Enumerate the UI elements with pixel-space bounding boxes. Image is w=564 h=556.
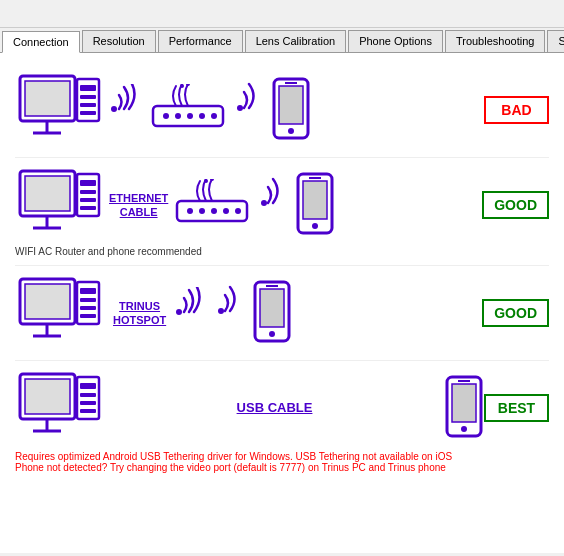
wifi-signal-right-icon — [213, 279, 248, 347]
svg-point-43 — [312, 223, 318, 229]
svg-rect-46 — [25, 284, 70, 319]
tab-performance[interactable]: Performance — [158, 30, 243, 52]
router-icon — [148, 84, 228, 137]
svg-point-34 — [199, 208, 205, 214]
row-main: ETHERNET CABLE GOOD — [15, 166, 549, 244]
phone-icon — [271, 76, 311, 144]
connection-label: ETHERNET CABLE — [109, 191, 168, 220]
svg-rect-61 — [25, 379, 70, 414]
row-hotspot-good: TRINUS HOTSPOT GOOD — [15, 266, 549, 361]
diagram-wifi — [15, 71, 484, 149]
diagram-usb: USB CABLE — [15, 369, 484, 447]
svg-rect-52 — [80, 306, 96, 310]
diagram-ethernet: ETHERNET CABLE — [15, 166, 482, 244]
tab-phone-options[interactable]: Phone Options — [348, 30, 443, 52]
computer-icon — [15, 71, 105, 149]
row-main: BAD — [15, 71, 549, 149]
status-badge: BAD — [484, 96, 549, 124]
svg-rect-7 — [80, 103, 96, 107]
svg-point-35 — [211, 208, 217, 214]
svg-rect-31 — [80, 206, 96, 210]
svg-point-54 — [176, 309, 182, 315]
svg-rect-70 — [452, 384, 476, 422]
svg-rect-24 — [25, 176, 70, 211]
svg-point-40 — [261, 200, 267, 206]
tab-bar: ConnectionResolutionPerformanceLens Cali… — [0, 28, 564, 53]
svg-point-9 — [111, 106, 117, 112]
svg-point-14 — [199, 113, 205, 119]
svg-point-13 — [187, 113, 193, 119]
svg-point-12 — [175, 113, 181, 119]
svg-point-71 — [461, 426, 467, 432]
diagram-hotspot: TRINUS HOTSPOT — [15, 274, 482, 352]
svg-point-15 — [211, 113, 217, 119]
note-text: WIFI AC Router and phone recommended — [15, 246, 549, 257]
tab-troubleshooting[interactable]: Troubleshooting — [445, 30, 545, 52]
content-area: BAD ETHERNET CABLE — [0, 53, 564, 553]
svg-point-38 — [204, 179, 208, 183]
tab-lens-calibration[interactable]: Lens Calibration — [245, 30, 347, 52]
computer-icon — [15, 369, 105, 447]
phone-icon — [252, 279, 292, 347]
wifi-signal-icon — [174, 287, 209, 340]
computer-icon — [15, 166, 105, 244]
connection-label: TRINUS HOTSPOT — [113, 299, 166, 328]
svg-point-55 — [218, 308, 224, 314]
svg-point-33 — [187, 208, 193, 214]
svg-rect-28 — [80, 180, 96, 186]
svg-point-58 — [269, 331, 275, 337]
svg-rect-66 — [80, 393, 96, 397]
svg-rect-65 — [80, 383, 96, 389]
row-main: USB CABLE BEST — [15, 369, 549, 447]
svg-rect-68 — [80, 409, 96, 413]
row-ethernet-good: ETHERNET CABLE GOOD — [15, 158, 549, 266]
svg-rect-53 — [80, 314, 96, 318]
tab-resolution[interactable]: Resolution — [82, 30, 156, 52]
svg-rect-42 — [303, 181, 327, 219]
wifi-signal-right-icon — [232, 76, 267, 144]
svg-rect-30 — [80, 198, 96, 202]
phone-icon — [444, 374, 484, 442]
svg-point-36 — [223, 208, 229, 214]
status-badge: BEST — [484, 394, 549, 422]
row-wifi-bad: BAD — [15, 63, 549, 158]
svg-point-11 — [163, 113, 169, 119]
tab-steamvr[interactable]: SteamVR — [547, 30, 564, 52]
status-badge: GOOD — [482, 299, 549, 327]
row-usb-best: USB CABLE BEST Requires optimized Androi… — [15, 361, 549, 481]
phone-icon — [295, 171, 335, 239]
svg-rect-8 — [80, 111, 96, 115]
svg-point-21 — [288, 128, 294, 134]
svg-rect-20 — [279, 86, 303, 124]
svg-point-16 — [180, 84, 184, 88]
svg-rect-51 — [80, 298, 96, 302]
svg-rect-67 — [80, 401, 96, 405]
router-icon — [172, 179, 252, 232]
svg-rect-6 — [80, 95, 96, 99]
connection-label: USB CABLE — [109, 400, 440, 417]
warning-text: Requires optimized Android USB Tethering… — [15, 451, 549, 473]
computer-icon — [15, 274, 105, 352]
svg-rect-5 — [80, 85, 96, 91]
svg-point-37 — [235, 208, 241, 214]
svg-rect-50 — [80, 288, 96, 294]
wifi-signal-icon — [109, 84, 144, 137]
title-bar — [0, 0, 564, 28]
tab-connection[interactable]: Connection — [2, 31, 80, 53]
svg-rect-29 — [80, 190, 96, 194]
svg-rect-57 — [260, 289, 284, 327]
row-main: TRINUS HOTSPOT GOOD — [15, 274, 549, 352]
wifi-signal-right-icon — [256, 171, 291, 239]
svg-rect-1 — [25, 81, 70, 116]
svg-point-18 — [237, 105, 243, 111]
status-badge: GOOD — [482, 191, 549, 219]
close-button[interactable] — [544, 12, 556, 16]
